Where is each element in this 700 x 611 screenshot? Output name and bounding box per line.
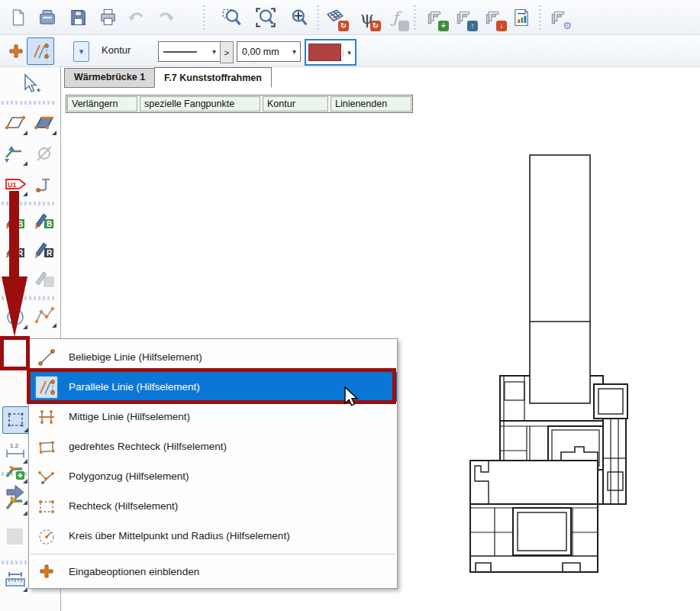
new-document-icon bbox=[8, 8, 28, 27]
new-document-button[interactable] bbox=[5, 4, 32, 31]
undo-icon bbox=[126, 7, 147, 28]
tab-kunststoffrahmen[interactable]: F.7 Kunststoffrahmen bbox=[154, 67, 272, 88]
pipe-t-icon bbox=[33, 173, 56, 196]
open-button[interactable] bbox=[34, 4, 61, 31]
menu-item-rechteck[interactable]: Rechteck (Hilfselement) bbox=[29, 491, 397, 521]
mesh-refresh-button[interactable]: ↻ bbox=[321, 4, 349, 31]
svg-text:U1: U1 bbox=[8, 181, 17, 189]
snap-button-fangpunkte[interactable]: spezielle Fangpunkte bbox=[140, 96, 260, 112]
f-function-button-disabled[interactable]: ƒ bbox=[382, 4, 409, 31]
parallel-line-icon bbox=[31, 41, 50, 61]
polyline-icon bbox=[35, 465, 58, 488]
undo-button-disabled[interactable] bbox=[123, 4, 150, 31]
frame-add-button[interactable]: + bbox=[421, 4, 449, 31]
helper-element-tool-selected[interactable] bbox=[2, 406, 30, 434]
pen-b-icon: B bbox=[4, 209, 27, 232]
redo-button-disabled[interactable] bbox=[152, 4, 179, 31]
tab-waermebruecke[interactable]: Wärmebrücke 1 bbox=[64, 68, 154, 88]
line-style-more-button[interactable]: > bbox=[220, 41, 234, 63]
color-dropdown-arrow[interactable]: ▾ bbox=[343, 49, 355, 57]
snap-options-bar: Verlängern spezielle Fangpunkte Kontur L… bbox=[66, 95, 413, 113]
print-icon bbox=[97, 7, 118, 28]
input-options-button[interactable] bbox=[6, 41, 26, 61]
menu-item-label: Beliebige Linie (Hilfselement) bbox=[69, 351, 202, 363]
circle-radius-icon bbox=[35, 525, 58, 548]
circle-measure-tool-disabled[interactable] bbox=[31, 141, 57, 166]
zoom-window-icon bbox=[221, 7, 243, 28]
toolbar-main: ↻ ψ ↻ ƒ + ↑ bbox=[0, 0, 700, 35]
elbow-add-icon bbox=[4, 460, 27, 483]
u1-boundary-tool[interactable]: U1 bbox=[2, 171, 28, 197]
pen-r-badge-icon: R bbox=[33, 238, 56, 261]
line-width-value: 0,00 mm bbox=[242, 47, 279, 57]
menu-item-kreis[interactable]: Kreis über Mittelpunkt und Radius (Hilfs… bbox=[29, 521, 397, 551]
rotated-rectangle-icon bbox=[35, 435, 58, 458]
gear-badge: ⚙ bbox=[562, 21, 573, 31]
frame-export-button[interactable]: ↓ bbox=[479, 4, 507, 31]
refresh-badge: ↻ bbox=[370, 21, 381, 31]
psi-refresh-button[interactable]: ψ ↻ bbox=[353, 4, 381, 31]
chevron-down-icon: ▾ bbox=[289, 47, 300, 56]
menu-item-gedrehtes-rechteck[interactable]: gedrehtes Rechteck (Hilfselement) bbox=[29, 432, 397, 461]
menu-item-mittige-linie[interactable]: Mittige Linie (Hilfselement) bbox=[29, 402, 397, 432]
helper-element-flyout-menu: Beliebige Linie (Hilfselement) Parallele… bbox=[28, 338, 398, 589]
pipe-tool[interactable] bbox=[31, 171, 57, 197]
report-button[interactable] bbox=[508, 4, 535, 31]
pen-b-badge-tool[interactable]: B bbox=[31, 208, 57, 234]
frame-import-button[interactable]: ↑ bbox=[450, 4, 478, 31]
snap-button-kontur[interactable]: Kontur bbox=[263, 96, 328, 112]
menu-item-label: Rechteck (Hilfselement) bbox=[69, 500, 178, 512]
frame-settings-button[interactable]: ⚙ bbox=[545, 4, 573, 31]
pen-r-tool[interactable]: R bbox=[2, 237, 28, 263]
elbow-add-tool[interactable] bbox=[2, 458, 28, 484]
pen-tool-disabled[interactable] bbox=[2, 266, 28, 292]
menu-item-beliebige-linie[interactable]: Beliebige Linie (Hilfselement) bbox=[29, 342, 397, 372]
pen-disabled-badge-icon bbox=[33, 267, 56, 290]
elbow-edit-tool[interactable] bbox=[2, 490, 28, 516]
menu-item-parallele-linie[interactable]: Parallele Linie (Hilfselement) bbox=[29, 372, 397, 402]
pen-b-badge-icon: B bbox=[33, 209, 56, 232]
zoom-fit-icon bbox=[255, 7, 276, 28]
chevron-down-icon: ▾ bbox=[208, 47, 220, 56]
parallelogram-filled-tool[interactable] bbox=[31, 110, 57, 136]
line-width-select[interactable]: 0,00 mm ▾ bbox=[237, 41, 301, 62]
document-tabs: Wärmebrücke 1 F.7 Kunststoffrahmen bbox=[64, 68, 272, 88]
pen-b-tool[interactable]: B bbox=[2, 208, 28, 234]
ruler-tool[interactable] bbox=[2, 567, 28, 593]
toolbar-separator bbox=[537, 5, 542, 30]
menu-item-polygonzug[interactable]: Polygonzug (Hilfselement) bbox=[29, 461, 397, 491]
save-button[interactable] bbox=[64, 4, 92, 31]
line-style-select[interactable]: ▾ bbox=[158, 41, 221, 62]
polyline-arrows-tool[interactable] bbox=[2, 141, 28, 166]
snap-button-linienenden[interactable]: Linienenden bbox=[331, 96, 411, 112]
menu-item-label: gedrehtes Rechteck (Hilfselement) bbox=[69, 441, 227, 452]
zoom-fit-button[interactable] bbox=[252, 4, 279, 31]
menu-item-label: Mittige Linie (Hilfselement) bbox=[69, 411, 190, 422]
zoom-window-button[interactable] bbox=[218, 4, 246, 31]
menu-item-eingabeoptionen[interactable]: Eingabeoptionen einblenden bbox=[29, 558, 397, 585]
zoom-pan-button[interactable] bbox=[285, 4, 313, 31]
select-tool[interactable] bbox=[17, 71, 43, 97]
toolbar-separator bbox=[315, 5, 320, 30]
svg-text:R: R bbox=[18, 249, 24, 257]
circle-helper-tool[interactable] bbox=[2, 304, 28, 330]
f-function-icon: ƒ bbox=[392, 8, 398, 27]
tool-dropdown-button[interactable]: ▾ bbox=[73, 41, 89, 62]
parallelogram-outline-tool[interactable] bbox=[2, 110, 28, 136]
sidebar-separator bbox=[2, 202, 56, 205]
ruler-icon bbox=[4, 568, 27, 591]
svg-text:B: B bbox=[47, 220, 52, 228]
snap-button-verlaengern[interactable]: Verlängern bbox=[67, 96, 137, 112]
parallel-line-icon bbox=[35, 376, 58, 399]
line-color-picker[interactable]: ▾ bbox=[305, 39, 356, 66]
polyline-plus-tool[interactable] bbox=[31, 302, 57, 328]
redo-icon bbox=[155, 7, 176, 28]
more-label: > bbox=[224, 48, 229, 57]
pen-badge-tool-disabled[interactable] bbox=[31, 266, 57, 292]
pen-r-badge-tool[interactable]: R bbox=[31, 237, 57, 263]
dashed-rectangle-icon bbox=[35, 495, 58, 518]
color-swatch bbox=[308, 44, 341, 61]
print-button[interactable] bbox=[94, 4, 121, 31]
chevron-down-icon: ▾ bbox=[79, 47, 84, 57]
active-tool-parallel-line[interactable] bbox=[27, 37, 54, 65]
